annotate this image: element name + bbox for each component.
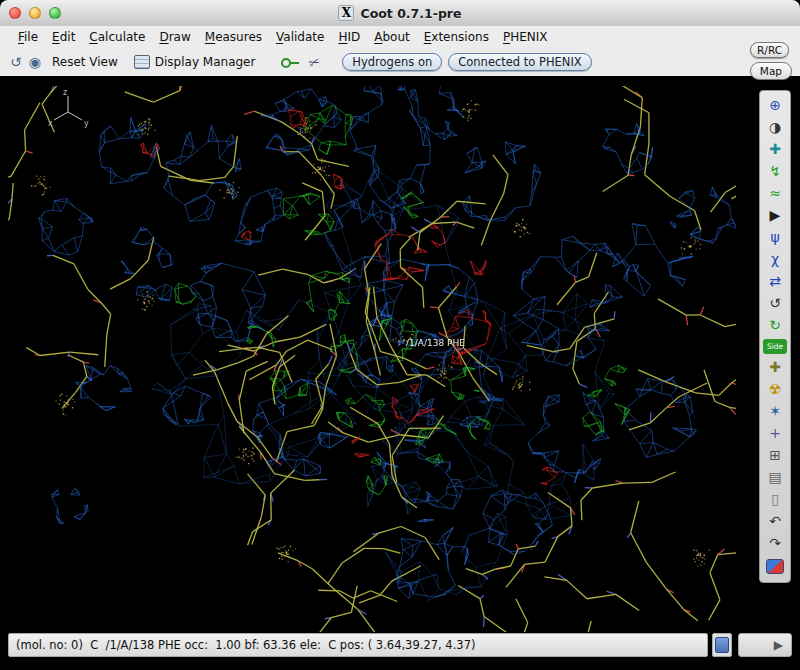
minimize-button[interactable] xyxy=(29,7,41,19)
auto-fit-rotamer-icon[interactable]: ↻ xyxy=(763,315,787,336)
view-record-icon[interactable]: ◉ xyxy=(29,55,41,69)
keyboard-icon[interactable]: ▤ xyxy=(763,467,787,488)
menu-item-measures[interactable]: Measures xyxy=(205,30,262,44)
find-ligands-icon[interactable]: ✶ xyxy=(763,401,787,422)
display-manager-label: Display Manager xyxy=(155,55,256,69)
gl-canvas-wrap: /1/A/138 PHE xyxy=(8,86,736,632)
menu-item-draw[interactable]: Draw xyxy=(159,30,190,44)
map-button[interactable]: Map xyxy=(750,62,792,80)
view-previous-icon[interactable]: ↺ xyxy=(10,55,22,69)
gl-area: /1/A/138 PHE ⊕◑✚↯≈▶ψχ⇄↺↻Side✚☢✶+⊞▤▯↶↷ xyxy=(0,76,800,670)
side-chain-180-icon[interactable]: Side xyxy=(763,339,787,354)
rotate-translate-icon[interactable]: ↺ xyxy=(763,293,787,314)
redo-icon[interactable]: ↷ xyxy=(763,533,787,554)
run-refinement-icon[interactable]: ☢ xyxy=(763,379,787,400)
view-sphere-icon[interactable]: ⊕ xyxy=(763,95,787,116)
recentre-icon[interactable]: ◑ xyxy=(763,117,787,138)
menu-item-extensions[interactable]: Extensions xyxy=(424,30,489,44)
measure-distance-icon[interactable]: ✂ xyxy=(307,53,322,71)
status-text: (mol. no: 0) C /1/A/138 PHE occ: 1.00 bf… xyxy=(16,638,475,652)
add-residue-icon[interactable]: ⊞ xyxy=(763,445,787,466)
window-title: Coot 0.7.1-pre xyxy=(360,6,461,21)
menu-item-calculate[interactable]: Calculate xyxy=(89,30,145,44)
window-controls xyxy=(9,7,61,19)
torsion-general-icon[interactable]: ⇄ xyxy=(763,271,787,292)
menu-item-about[interactable]: About xyxy=(374,30,410,44)
display-manager-button[interactable]: Display Manager xyxy=(134,55,256,69)
zoom-button[interactable] xyxy=(49,7,61,19)
menubar: FileEditCalculateDrawMeasuresValidateHID… xyxy=(0,26,800,49)
menu-item-edit[interactable]: Edit xyxy=(52,30,75,44)
gl-canvas[interactable] xyxy=(8,86,736,632)
status-scrollbar[interactable] xyxy=(712,633,732,657)
add-atom-icon[interactable]: + xyxy=(763,423,787,444)
display-manager-icon xyxy=(134,55,150,69)
atom-label: /1/A/138 PHE xyxy=(406,338,465,348)
menu-item-file[interactable]: File xyxy=(18,30,38,44)
main-toolbar: ↺ ◉ Reset View Display Manager ✂ Hydroge… xyxy=(0,48,800,77)
reset-view-button[interactable]: Reset View xyxy=(52,55,118,69)
menu-item-hid[interactable]: HID xyxy=(338,30,360,44)
menu-item-phenix[interactable]: PHENIX xyxy=(503,30,548,44)
go-to-atom-icon[interactable] xyxy=(281,58,299,66)
rotamers-icon[interactable]: ψ xyxy=(763,227,787,248)
real-space-refine-icon[interactable]: ↯ xyxy=(763,161,787,182)
add-terminal-residue-icon[interactable]: ✚ xyxy=(763,357,787,378)
right-toolbar: ⊕◑✚↯≈▶ψχ⇄↺↻Side✚☢✶+⊞▤▯↶↷ xyxy=(759,90,791,583)
fixed-atoms-icon[interactable]: ▶ xyxy=(763,205,787,226)
status-bar: (mol. no: 0) C /1/A/138 PHE occ: 1.00 bf… xyxy=(8,633,708,657)
play-icon: ▶ xyxy=(774,638,783,652)
x11-icon: X xyxy=(338,5,354,21)
status-scroll-thumb[interactable] xyxy=(715,637,729,653)
undo-icon[interactable]: ↶ xyxy=(763,511,787,532)
coot-window: X Coot 0.7.1-pre FileEditCalculateDrawMe… xyxy=(0,0,800,670)
window-title-wrap: X Coot 0.7.1-pre xyxy=(338,5,461,21)
edit-chi-angles-icon[interactable]: χ xyxy=(763,249,787,270)
rrc-button[interactable]: R/RC xyxy=(750,42,789,58)
drag-atoms-icon[interactable]: ✚ xyxy=(763,139,787,160)
regularize-zone-icon[interactable]: ≈ xyxy=(763,183,787,204)
hydrogens-toggle-button[interactable]: Hydrogens on xyxy=(342,53,442,71)
menu-item-validate[interactable]: Validate xyxy=(276,30,324,44)
close-button[interactable] xyxy=(9,7,21,19)
toolbar-expander-button[interactable]: ▶ xyxy=(738,633,792,657)
delete-item-icon[interactable]: ▯ xyxy=(763,489,787,510)
title-bar[interactable]: X Coot 0.7.1-pre xyxy=(0,0,800,27)
phenix-status-button[interactable]: Connected to PHENIX xyxy=(448,53,592,71)
colour-scheme-icon[interactable] xyxy=(766,559,784,574)
